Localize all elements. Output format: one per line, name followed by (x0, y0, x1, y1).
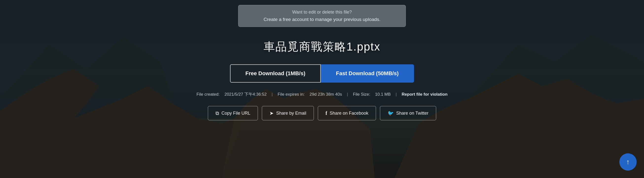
floating-button-icon: ↑ (626, 158, 630, 166)
separator-2: | (347, 92, 348, 97)
file-expires-value: 29d 23h 38m 40s (310, 92, 342, 97)
file-created-value: 2021/5/27 下午4:36:52 (224, 92, 266, 97)
file-size-label: File Size: (353, 92, 370, 97)
notification-line2: Create a free account to manage your pre… (248, 17, 396, 22)
separator-3: | (396, 92, 397, 97)
fast-download-button[interactable]: Fast Download (50MB/s) (321, 64, 414, 82)
file-info: File created: 2021/5/27 下午4:36:52 | File… (196, 92, 448, 97)
free-download-button[interactable]: Free Download (1MB/s) (230, 64, 320, 82)
share-email-button[interactable]: ➤ Share by Email (262, 106, 314, 120)
share-email-label: Share by Email (276, 111, 306, 116)
notification-banner: Want to edit or delete this file? Create… (238, 5, 406, 27)
file-created-label: File created: (196, 92, 220, 97)
share-buttons-container: ⧉ Copy File URL ➤ Share by Email f Share… (208, 106, 436, 120)
separator-1: | (272, 92, 273, 97)
file-size-value: 10.1 MB (375, 92, 390, 97)
share-facebook-button[interactable]: f Share on Facebook (318, 106, 376, 120)
share-facebook-label: Share on Facebook (330, 111, 368, 116)
report-violation-link[interactable]: Report file for violation (402, 92, 448, 97)
copy-url-label: Copy File URL (222, 111, 250, 116)
twitter-icon: 🐦 (388, 110, 394, 116)
file-title: 車品覓商戰策略1.pptx (264, 39, 380, 54)
copy-icon: ⧉ (216, 110, 219, 116)
floating-action-button[interactable]: ↑ (619, 153, 636, 170)
facebook-icon: f (326, 110, 327, 116)
notification-line1: Want to edit or delete this file? (248, 10, 396, 15)
copy-url-button[interactable]: ⧉ Copy File URL (208, 106, 258, 120)
download-buttons-container: Free Download (1MB/s) Fast Download (50M… (230, 64, 414, 82)
file-expires-label: File expires in: (278, 92, 305, 97)
share-twitter-button[interactable]: 🐦 Share on Twitter (380, 106, 436, 120)
email-icon: ➤ (270, 110, 274, 116)
share-twitter-label: Share on Twitter (396, 111, 428, 116)
